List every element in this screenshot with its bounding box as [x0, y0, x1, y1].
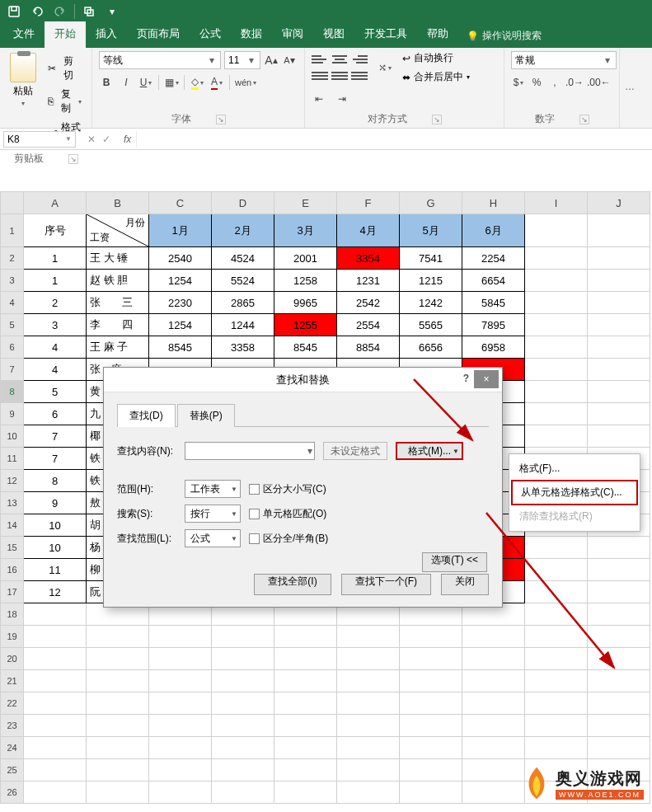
tab-home[interactable]: 开始 — [45, 21, 86, 48]
cell[interactable] — [400, 648, 462, 670]
fill-color-button[interactable]: ◇ — [190, 74, 204, 91]
font-launcher[interactable]: ↘ — [216, 115, 226, 124]
phonetic-button[interactable]: wén — [235, 74, 256, 91]
match-case-checkbox[interactable]: 区分大小写(C) — [249, 482, 326, 496]
cell[interactable]: 序号 — [24, 214, 87, 247]
cell[interactable] — [274, 648, 337, 670]
col-header[interactable]: E — [274, 192, 337, 214]
cell[interactable]: 9965 — [274, 292, 337, 314]
row-header[interactable]: 13 — [1, 492, 24, 514]
cell[interactable] — [400, 759, 462, 781]
cell[interactable] — [87, 715, 149, 737]
cancel-icon[interactable]: ✕ — [87, 134, 96, 145]
cell[interactable] — [588, 603, 650, 626]
cell[interactable]: 1月 — [149, 214, 212, 247]
cell[interactable] — [588, 359, 650, 381]
italic-button[interactable]: I — [119, 74, 134, 91]
cell[interactable] — [24, 626, 87, 648]
cell[interactable]: 5 — [24, 381, 87, 403]
cell[interactable]: 2 — [24, 292, 87, 314]
cell[interactable] — [24, 715, 87, 737]
cell[interactable] — [400, 781, 462, 804]
col-header[interactable]: J — [588, 192, 650, 214]
row-header[interactable]: 15 — [1, 537, 24, 559]
cell[interactable]: 5565 — [400, 314, 462, 336]
cell[interactable]: 1242 — [400, 292, 462, 314]
cell[interactable]: 1231 — [337, 270, 400, 292]
cell[interactable]: 李 四 — [87, 314, 149, 336]
tab-file[interactable]: 文件 — [3, 21, 45, 48]
cell[interactable]: 6958 — [462, 336, 525, 359]
row-header[interactable]: 14 — [1, 514, 24, 537]
tab-help[interactable]: 帮助 — [417, 21, 458, 48]
cell[interactable] — [149, 759, 212, 781]
cell[interactable]: 2554 — [337, 314, 400, 336]
cell[interactable] — [337, 737, 400, 759]
tab-layout[interactable]: 页面布局 — [127, 21, 190, 48]
cell[interactable] — [337, 670, 400, 692]
percent-button[interactable]: % — [529, 74, 544, 91]
cell[interactable] — [337, 692, 400, 715]
align-launcher[interactable]: ↘ — [432, 115, 442, 124]
cell[interactable]: 张 三 — [87, 292, 149, 314]
cell[interactable] — [87, 759, 149, 781]
cell[interactable] — [525, 247, 588, 270]
cell[interactable]: 8545 — [149, 336, 212, 359]
cell[interactable] — [588, 214, 650, 247]
dialog-close-button[interactable]: × — [474, 370, 499, 388]
col-header[interactable]: G — [400, 192, 462, 214]
find-input[interactable]: ▾ — [185, 442, 315, 460]
cell[interactable] — [274, 781, 337, 804]
cell[interactable] — [24, 603, 87, 626]
cell[interactable]: 6 — [24, 403, 87, 425]
cell[interactable] — [525, 692, 588, 715]
cell[interactable] — [525, 292, 588, 314]
cell[interactable] — [525, 425, 588, 448]
cell[interactable]: 7 — [24, 448, 87, 470]
match-width-checkbox[interactable]: 区分全/半角(B) — [249, 532, 328, 546]
cell[interactable]: 4月 — [337, 214, 400, 247]
cell[interactable]: 1 — [24, 247, 87, 270]
row-header[interactable]: 16 — [1, 559, 24, 581]
cell[interactable] — [24, 781, 87, 804]
enter-icon[interactable]: ✓ — [102, 134, 110, 145]
row-header[interactable]: 7 — [1, 359, 24, 381]
options-button[interactable]: 选项(T) << — [422, 552, 487, 572]
cell[interactable] — [24, 737, 87, 759]
menu-format[interactable]: 格式(F)... — [511, 458, 638, 480]
cell[interactable]: 1215 — [400, 270, 462, 292]
cell[interactable]: 4 — [24, 336, 87, 359]
cell[interactable] — [24, 648, 87, 670]
cell[interactable]: 2865 — [212, 292, 274, 314]
cell[interactable] — [525, 603, 588, 626]
font-name-combo[interactable]: 等线▾ — [99, 51, 221, 69]
cell[interactable] — [24, 692, 87, 715]
cell[interactable] — [212, 692, 274, 715]
cell[interactable] — [400, 670, 462, 692]
number-launcher[interactable]: ↘ — [579, 115, 589, 124]
col-header[interactable]: D — [212, 192, 274, 214]
tab-formula[interactable]: 公式 — [190, 21, 231, 48]
search-select[interactable]: 按行 — [185, 505, 241, 523]
cell[interactable] — [274, 759, 337, 781]
cell[interactable]: 2月 — [212, 214, 274, 247]
align-buttons[interactable] — [312, 53, 368, 82]
cell[interactable] — [212, 715, 274, 737]
cell[interactable]: 王 大 锤 — [87, 247, 149, 270]
cell[interactable] — [149, 626, 212, 648]
cell[interactable] — [274, 737, 337, 759]
cell[interactable] — [588, 381, 650, 403]
row-header[interactable]: 19 — [1, 626, 24, 648]
cell[interactable] — [400, 715, 462, 737]
cell[interactable] — [87, 626, 149, 648]
tab-replace[interactable]: 替换(P) — [177, 404, 235, 427]
find-all-button[interactable]: 查找全部(I) — [254, 574, 331, 595]
cell[interactable] — [400, 737, 462, 759]
cell[interactable]: 1254 — [149, 270, 212, 292]
cell[interactable] — [149, 781, 212, 804]
cell[interactable] — [462, 648, 525, 670]
row-header[interactable]: 18 — [1, 603, 24, 626]
menu-from-cell[interactable]: 从单元格选择格式(C)... — [511, 480, 638, 505]
cell[interactable] — [588, 559, 650, 581]
cell[interactable] — [525, 403, 588, 425]
